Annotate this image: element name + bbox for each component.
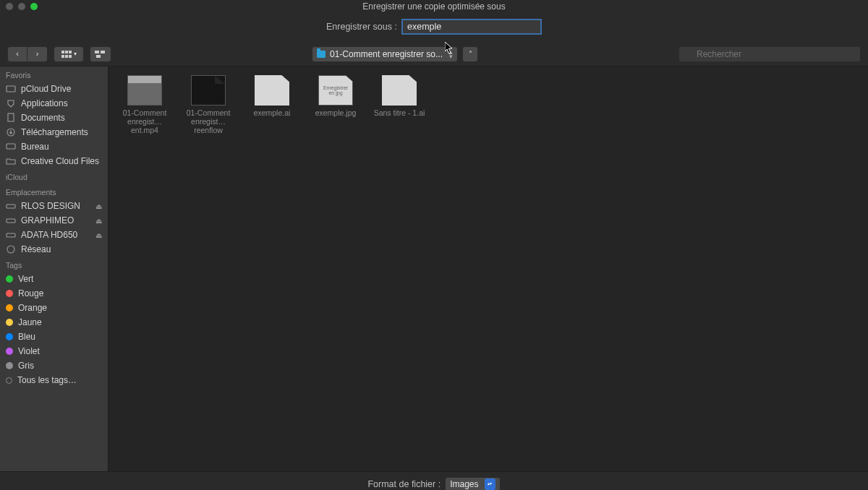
svg-rect-12 bbox=[8, 113, 14, 121]
file-item[interactable]: Sans titre - 1.ai bbox=[373, 75, 425, 117]
svg-rect-14 bbox=[7, 144, 15, 149]
desktop-icon bbox=[6, 142, 16, 152]
location-popup[interactable]: 01-Comment enregistrer so... ▴▾ bbox=[312, 46, 458, 62]
file-item[interactable]: 01-Comment enregist…ent.mp4 bbox=[119, 75, 171, 134]
file-thumbnail: Enregistrer en jpg bbox=[318, 75, 353, 106]
save-as-label: Enregistrer sous : bbox=[326, 22, 397, 32]
search-input[interactable] bbox=[678, 46, 861, 62]
svg-rect-8 bbox=[96, 55, 101, 58]
tag-dot-icon bbox=[6, 290, 13, 297]
location-label: 01-Comment enregistrer so... bbox=[330, 49, 443, 59]
sidebar-item-adata[interactable]: ADATA HD650⏏ bbox=[0, 228, 108, 242]
group-by-button[interactable] bbox=[90, 46, 111, 62]
svg-rect-15 bbox=[7, 205, 15, 208]
svg-rect-11 bbox=[7, 86, 15, 92]
sidebar-tag-vert[interactable]: Vert bbox=[0, 272, 108, 286]
svg-rect-2 bbox=[69, 51, 72, 53]
folder-icon bbox=[317, 51, 326, 58]
disk-icon bbox=[6, 230, 16, 240]
sidebar-tag-all[interactable]: Tous les tags… bbox=[0, 373, 108, 387]
sidebar: Favoris pCloud Drive Applications Docume… bbox=[0, 66, 109, 471]
disk-icon bbox=[6, 215, 16, 225]
sidebar-item-downloads[interactable]: Téléchargements bbox=[0, 125, 108, 139]
icon-view-button[interactable]: ▾ bbox=[54, 46, 84, 62]
sidebar-item-desktop[interactable]: Bureau bbox=[0, 139, 108, 154]
disk-icon bbox=[6, 201, 16, 211]
file-thumbnail bbox=[127, 75, 162, 106]
nav-back-forward: ‹ › bbox=[7, 46, 48, 62]
sidebar-section-favorites: Favoris bbox=[0, 66, 108, 82]
forward-button[interactable]: › bbox=[27, 46, 48, 62]
eject-icon[interactable]: ⏏ bbox=[95, 202, 102, 210]
window-zoom-button[interactable] bbox=[30, 3, 38, 10]
drive-icon bbox=[6, 84, 16, 94]
sidebar-tag-jaune[interactable]: Jaune bbox=[0, 315, 108, 330]
network-icon bbox=[6, 244, 16, 254]
sidebar-section-tags: Tags bbox=[0, 257, 108, 272]
file-browser[interactable]: 01-Comment enregist…ent.mp4 01-Comment e… bbox=[109, 66, 868, 471]
apps-icon bbox=[6, 98, 16, 108]
file-format-popup[interactable]: Images ▴▾ bbox=[445, 477, 500, 491]
tag-dot-icon bbox=[6, 319, 13, 326]
svg-rect-16 bbox=[7, 219, 15, 223]
sidebar-item-pcloud[interactable]: pCloud Drive bbox=[0, 82, 108, 96]
filename-input[interactable] bbox=[401, 19, 542, 35]
window-close-button[interactable] bbox=[6, 3, 13, 10]
window-minimize-button[interactable] bbox=[18, 3, 25, 10]
tag-all-icon bbox=[6, 377, 12, 384]
sidebar-tag-rouge[interactable]: Rouge bbox=[0, 286, 108, 301]
sidebar-item-rlos[interactable]: RLOS DESIGN⏏ bbox=[0, 199, 108, 213]
group-segment bbox=[90, 46, 111, 62]
sidebar-tag-orange[interactable]: Orange bbox=[0, 301, 108, 315]
file-item[interactable]: Enregistrer en jpg exemple.jpg bbox=[310, 75, 362, 117]
file-thumbnail bbox=[255, 75, 289, 106]
view-mode-segment: ▾ bbox=[54, 46, 84, 62]
tag-dot-icon bbox=[6, 275, 13, 283]
eject-icon[interactable]: ⏏ bbox=[95, 217, 102, 225]
sidebar-item-graphimeo[interactable]: GRAPHIMEO⏏ bbox=[0, 213, 108, 228]
sidebar-item-documents[interactable]: Documents bbox=[0, 111, 108, 125]
eject-icon[interactable]: ⏏ bbox=[95, 231, 102, 239]
sidebar-item-ccfiles[interactable]: Creative Cloud Files bbox=[0, 154, 108, 168]
sidebar-tag-gris[interactable]: Gris bbox=[0, 358, 108, 373]
sidebar-item-applications[interactable]: Applications bbox=[0, 96, 108, 111]
svg-rect-6 bbox=[95, 51, 99, 53]
tag-dot-icon bbox=[6, 304, 13, 311]
svg-rect-3 bbox=[61, 55, 64, 58]
file-item[interactable]: 01-Comment enregist…reenflow bbox=[182, 75, 234, 134]
tag-dot-icon bbox=[6, 348, 13, 355]
tag-dot-icon bbox=[6, 362, 13, 369]
chevron-updown-icon: ▴▾ bbox=[485, 478, 495, 490]
back-button[interactable]: ‹ bbox=[7, 46, 27, 62]
svg-rect-7 bbox=[101, 51, 105, 53]
sidebar-section-locations: Emplacements bbox=[0, 184, 108, 199]
file-item[interactable]: exemple.ai bbox=[246, 75, 298, 117]
sidebar-tag-violet[interactable]: Violet bbox=[0, 344, 108, 358]
sidebar-section-icloud: iCloud bbox=[0, 168, 108, 184]
tag-dot-icon bbox=[6, 333, 13, 340]
svg-point-18 bbox=[7, 246, 14, 253]
file-format-label: Format de fichier : bbox=[367, 479, 441, 489]
sidebar-tag-bleu[interactable]: Bleu bbox=[0, 330, 108, 344]
documents-icon bbox=[6, 113, 16, 123]
sidebar-item-network[interactable]: Réseau bbox=[0, 242, 108, 257]
collapse-expand-button[interactable]: ˄ bbox=[462, 46, 478, 62]
svg-rect-5 bbox=[69, 55, 72, 58]
file-thumbnail bbox=[382, 75, 417, 106]
file-thumbnail bbox=[191, 75, 226, 106]
svg-rect-17 bbox=[7, 233, 15, 237]
svg-rect-1 bbox=[65, 51, 68, 53]
window-title: Enregistrer une copie optimisée sous bbox=[0, 1, 868, 12]
svg-rect-4 bbox=[65, 55, 68, 58]
chevron-updown-icon: ▴▾ bbox=[449, 50, 453, 59]
downloads-icon bbox=[6, 127, 16, 137]
search-wrap bbox=[678, 46, 861, 62]
svg-rect-0 bbox=[61, 51, 64, 53]
folder-icon bbox=[6, 156, 16, 166]
